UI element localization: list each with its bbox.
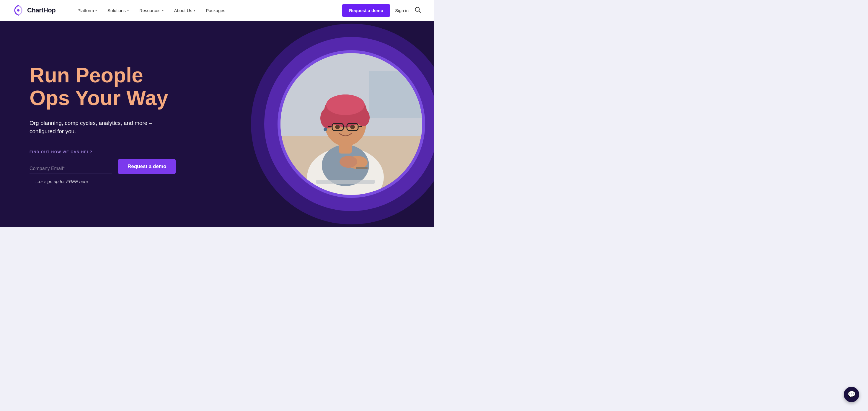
hero-visual bbox=[251, 24, 434, 224]
nav-packages-label: Packages bbox=[206, 8, 225, 13]
person-illustration bbox=[280, 53, 422, 195]
chevron-down-icon: ▾ bbox=[194, 9, 195, 12]
company-email-input[interactable] bbox=[30, 164, 112, 174]
sign-in-link[interactable]: Sign in bbox=[395, 8, 409, 13]
chevron-down-icon: ▾ bbox=[127, 9, 129, 12]
logo-text: ChartHop bbox=[27, 6, 56, 14]
svg-point-21 bbox=[323, 128, 327, 131]
chevron-down-icon: ▾ bbox=[95, 9, 97, 12]
logo-link[interactable]: ChartHop bbox=[12, 4, 56, 17]
nav-solutions-label: Solutions bbox=[107, 8, 126, 13]
nav-item-platform[interactable]: Platform ▾ bbox=[73, 6, 101, 15]
nav-item-about-us[interactable]: About Us ▾ bbox=[170, 6, 199, 15]
hero-form-row: Request a demo bbox=[30, 159, 177, 174]
hero-section: Run People Ops Your Way Org planning, co… bbox=[0, 21, 434, 227]
hero-signup-link[interactable]: ...or sign up for FREE here bbox=[35, 179, 88, 184]
svg-point-0 bbox=[17, 9, 20, 11]
hero-subtitle: Org planning, comp cycles, analytics, an… bbox=[30, 119, 154, 136]
svg-rect-5 bbox=[369, 71, 422, 118]
nav-links: Platform ▾ Solutions ▾ Resources ▾ About… bbox=[73, 6, 342, 15]
svg-rect-24 bbox=[356, 167, 368, 169]
svg-line-2 bbox=[419, 11, 421, 12]
svg-rect-25 bbox=[316, 180, 375, 184]
nav-platform-label: Platform bbox=[78, 8, 94, 13]
nav-right: Request a demo Sign in bbox=[342, 4, 422, 17]
nav-about-label: About Us bbox=[174, 8, 192, 13]
hero-signup-text: ...or sign up for FREE here bbox=[30, 179, 177, 184]
navbar: ChartHop Platform ▾ Solutions ▾ Resource… bbox=[0, 0, 434, 21]
charthop-logo-icon bbox=[12, 4, 25, 17]
svg-point-19 bbox=[335, 125, 340, 129]
hero-form-label: FIND OUT HOW WE CAN HELP bbox=[30, 150, 177, 154]
chevron-down-icon: ▾ bbox=[162, 9, 163, 12]
search-icon[interactable] bbox=[413, 5, 422, 15]
svg-point-23 bbox=[340, 156, 357, 168]
nav-item-packages[interactable]: Packages bbox=[202, 6, 229, 15]
nav-request-demo-button[interactable]: Request a demo bbox=[342, 4, 390, 17]
nav-item-resources[interactable]: Resources ▾ bbox=[135, 6, 168, 15]
hero-title: Run People Ops Your Way bbox=[30, 64, 177, 109]
svg-point-20 bbox=[350, 125, 355, 129]
hero-person-image bbox=[280, 53, 422, 195]
svg-point-13 bbox=[326, 94, 365, 115]
hero-content: Run People Ops Your Way Org planning, co… bbox=[0, 40, 207, 208]
hero-request-demo-button[interactable]: Request a demo bbox=[118, 159, 176, 174]
nav-resources-label: Resources bbox=[140, 8, 161, 13]
nav-item-solutions[interactable]: Solutions ▾ bbox=[103, 6, 133, 15]
